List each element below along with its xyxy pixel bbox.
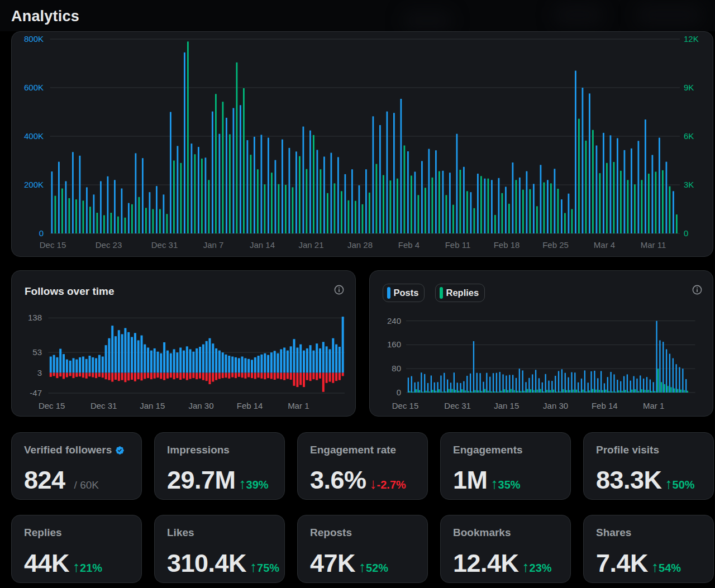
svg-text:Dec 23: Dec 23 [95,240,122,250]
svg-text:Feb 14: Feb 14 [237,401,263,410]
svg-text:12K: 12K [684,34,699,44]
svg-text:Jan 30: Jan 30 [543,401,568,410]
svg-text:Mar 11: Mar 11 [640,240,666,250]
svg-text:200K: 200K [23,180,43,189]
svg-text:0: 0 [396,388,401,397]
svg-text:Jan 28: Jan 28 [347,240,372,250]
svg-text:80: 80 [392,364,401,373]
svg-text:Dec 15: Dec 15 [392,401,418,410]
svg-text:Dec 31: Dec 31 [151,240,178,250]
svg-text:Dec 31: Dec 31 [90,401,117,410]
svg-text:Mar 1: Mar 1 [288,401,309,410]
svg-text:138: 138 [28,313,42,322]
svg-text:Dec 15: Dec 15 [39,401,65,410]
svg-text:Jan 15: Jan 15 [140,401,165,410]
svg-text:800K: 800K [23,34,43,44]
svg-text:53: 53 [32,347,42,357]
svg-text:240: 240 [387,316,401,326]
svg-text:Dec 31: Dec 31 [444,401,471,410]
svg-text:Feb 14: Feb 14 [591,401,617,410]
svg-text:400K: 400K [23,131,43,141]
svg-text:9K: 9K [684,83,694,92]
svg-text:0: 0 [39,228,43,238]
svg-text:6K: 6K [684,131,694,141]
svg-text:Jan 7: Jan 7 [203,240,223,250]
svg-text:Feb 4: Feb 4 [398,240,419,250]
svg-text:Dec 15: Dec 15 [39,240,66,250]
svg-text:Jan 30: Jan 30 [188,401,213,410]
svg-text:3: 3 [37,368,42,377]
svg-text:Jan 14: Jan 14 [249,240,274,250]
svg-text:160: 160 [387,340,401,349]
svg-text:Jan 21: Jan 21 [298,240,323,250]
svg-text:-47: -47 [30,388,42,398]
svg-text:3K: 3K [684,180,694,189]
svg-text:Feb 11: Feb 11 [445,240,470,250]
svg-text:Feb 18: Feb 18 [493,240,519,250]
svg-text:0: 0 [684,228,688,238]
svg-text:Feb 25: Feb 25 [542,240,569,250]
svg-text:600K: 600K [23,83,43,92]
svg-text:Mar 1: Mar 1 [642,401,664,410]
svg-text:Jan 15: Jan 15 [494,401,519,410]
svg-text:Mar 4: Mar 4 [593,240,614,250]
